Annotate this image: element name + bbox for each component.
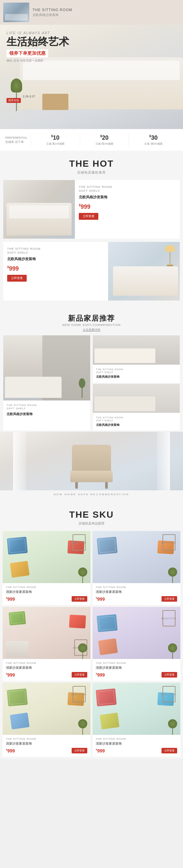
hot-product-2-buy-button[interactable]: 立即查看	[7, 275, 27, 282]
new-product-1: THE SITTING ROOMSOFT SHELF 北欧风格沙发装饰	[3, 335, 90, 430]
sku-item-5-en-name: THE SITTING ROOM	[6, 738, 87, 740]
sku-grid: BEAUTIFUL THE SITTING ROOM 清新沙发家居装饰 ¥999…	[0, 531, 183, 759]
header-info: THE SITTING ROOM 北欧风格沙发装饰	[33, 8, 180, 17]
hero-cn-subtitle: 领券下单更加优惠	[6, 50, 48, 57]
lamp-decor-2	[165, 245, 175, 268]
bottom-sofa-label: NEW HOME SOFA RECOMMENDATION	[0, 490, 183, 498]
sku-item-6-image: BEAUTIFUL	[92, 683, 180, 735]
plant-decor-sku6	[168, 719, 177, 735]
sku-item-3-info: THE SITTING ROOM 清新沙发家居装饰 ¥999 立即查看	[3, 659, 91, 681]
header-thumbnail	[3, 3, 29, 22]
hot-product-2-image	[108, 242, 180, 301]
hot-product-2: THE SITTING ROOMSOFT SHELF 北欧风格沙发装饰 ¥999…	[3, 242, 180, 301]
coupon-amount-3: ¥30	[131, 134, 175, 141]
plant-decor-sku4	[168, 643, 177, 659]
sku-item-1-price: ¥999	[6, 596, 15, 602]
cushion-5c	[10, 713, 30, 730]
sku-item-4-price: ¥999	[96, 672, 105, 678]
sku-item-1-price-row: ¥999 立即查看	[6, 596, 87, 602]
sofa-decor-2	[113, 266, 178, 296]
cushion-6c	[100, 713, 120, 730]
sku-item-6-price-row: ¥999 立即查看	[96, 748, 177, 753]
sku-item-6-cn-name: 清新沙发家居装饰	[96, 741, 177, 746]
sku-item-2-info: THE SITTING ROOM 清新沙发家居装饰 ¥999 立即查看	[92, 583, 180, 605]
header: THE SITTING ROOM 北欧风格沙发装饰	[0, 0, 183, 25]
coupon-desc-3: 立减 满300减惠	[131, 142, 175, 146]
sku-cn-subtitle: 店铺热卖单品推荐	[0, 521, 183, 526]
hot-product-1-buy-button[interactable]: 立即查看	[79, 213, 98, 220]
cushion-decor-1	[7, 537, 28, 555]
coupon-item-2[interactable]: ¥20 立减 满200减惠	[80, 133, 129, 147]
new-products-grid: THE SITTING ROOMSOFT SHELF 北欧风格沙发装饰 THE …	[0, 335, 183, 430]
hot-product-2-price: ¥999	[7, 265, 104, 272]
sku-item-1-en-name: THE SITTING ROOM	[6, 586, 87, 589]
hot-product-1-image	[3, 180, 75, 239]
sku-item-6-price: ¥999	[96, 748, 105, 753]
sku-item-2-price: ¥999	[96, 596, 105, 602]
sku-item-4-en-name: THE SITTING ROOM	[96, 661, 177, 664]
sku-item-3-buy-button[interactable]: 立即查看	[72, 672, 87, 678]
sku-en-title: THE SKU	[0, 509, 183, 520]
coupon-label: PREFERENTIAL 先领券·后下单	[5, 136, 27, 144]
sku-item-2-buy-button[interactable]: 立即查看	[161, 596, 177, 602]
hero-cn-title: 生活始终艺术	[6, 36, 69, 48]
hot-product-1-price: ¥999	[79, 204, 176, 210]
hot-product-2-info: THE SITTING ROOMSOFT SHELF 北欧风格沙发装饰 ¥999…	[3, 242, 108, 301]
header-subtitle: THE SITTING ROOM	[33, 8, 180, 12]
hot-product-1-cn-name: 北欧风格沙发装饰	[79, 195, 176, 199]
plant-decor-new	[79, 378, 85, 398]
sku-item-2-image: BEAUTIFUL	[92, 531, 180, 583]
sku-item-3-en-name: THE SITTING ROOM	[6, 661, 87, 664]
hero-text: LIFE IS ALWAYS ART 生活始终艺术 领券下单更加优惠 独生·活为…	[6, 31, 69, 63]
new-home-en-title: 新品家居推荐	[0, 313, 183, 323]
new-product-3-image	[93, 383, 180, 413]
sku-item-6-info: THE SITTING ROOM 清新沙发家居装饰 ¥999 立即查看	[92, 735, 180, 757]
hero-cn-desc: 独生·活为 为生活加一点精彩	[6, 59, 69, 63]
sku-item-2-en-name: THE SITTING ROOM	[96, 586, 177, 589]
new-product-1-en-name: THE SITTING ROOMSOFT SHELF	[6, 404, 87, 410]
cushion-5a	[7, 689, 28, 707]
sku-item-3-price: ¥999	[6, 672, 15, 678]
chair-decor	[72, 445, 111, 487]
cushion-decor-3b	[69, 615, 86, 629]
sku-item-2: BEAUTIFUL THE SITTING ROOM 清新沙发家居装饰 ¥999…	[92, 531, 180, 605]
new-product-2-info: THE SITTING ROOMSOFT SHELF 北欧风格沙发装饰	[93, 366, 180, 382]
sku-item-5-image: BEAUTIFUL	[3, 683, 91, 735]
sku-item-6-buy-button[interactable]: 立即查看	[161, 748, 177, 753]
hot-section-header: THE HOT 店铺热卖爆款推荐	[0, 151, 183, 180]
bottom-chair-image	[0, 432, 183, 490]
sku-item-1-info: THE SITTING ROOM 清新沙发家居装饰 ¥999 立即查看	[3, 583, 91, 605]
sku-item-2-price-row: ¥999 立即查看	[96, 596, 177, 602]
new-product-2-cn-name: 北欧风格沙发装饰	[96, 375, 177, 379]
sku-section: THE SKU 店铺热卖单品推荐 BEAUTIFUL THE SITTING R…	[0, 502, 183, 759]
sku-item-1-buy-button[interactable]: 立即查看	[72, 596, 87, 602]
sku-item-5-buy-button[interactable]: 立即查看	[72, 748, 87, 753]
hot-product-2-cn-name: 北欧风格沙发装饰	[7, 256, 104, 261]
new-product-3-info: THE SITTING ROOMSOFT SHELF 北欧风格沙发装饰	[93, 414, 180, 430]
new-product-1-image	[3, 335, 90, 400]
sku-item-4-image: BEAUTIFUL	[92, 607, 180, 659]
sofa-decor-sm-3	[6, 641, 29, 657]
plant-decor-sku3	[78, 643, 87, 659]
sku-item-5: BEAUTIFUL THE SITTING ROOM 清新沙发家居装饰 ¥999…	[3, 683, 91, 757]
coupon-item-1[interactable]: ¥10 立减 满100减惠	[31, 133, 80, 147]
sku-item-5-price-row: ¥999 立即查看	[6, 748, 87, 753]
sku-item-2-cn-name: 清新沙发家居装饰	[96, 590, 177, 594]
sku-item-4-buy-button[interactable]: 立即查看	[161, 672, 177, 678]
new-home-header: 新品家居推荐 NEW HOME SOFA COMMENDATION 点击查看详情	[0, 307, 183, 335]
new-product-2-container: THE SITTING ROOMSOFT SHELF 北欧风格沙发装饰 THE …	[93, 335, 180, 430]
hero-table-decor	[42, 94, 68, 110]
new-home-section: 新品家居推荐 NEW HOME SOFA COMMENDATION 点击查看详情…	[0, 307, 183, 502]
sku-item-5-price: ¥999	[6, 748, 15, 753]
new-home-link[interactable]: 点击查看详情	[0, 328, 183, 332]
coupon-item-3[interactable]: ¥30 立减 满300减惠	[129, 133, 178, 147]
sku-item-3-cn-name: 清新沙发家居装饰	[6, 665, 87, 670]
new-product-2-en-name: THE SITTING ROOMSOFT SHELF	[96, 368, 177, 374]
header-store-name: 北欧风格沙发装饰	[33, 13, 180, 17]
new-product-3-cn-name: 北欧风格沙发装饰	[96, 423, 177, 427]
sku-header: THE SKU 店铺热卖单品推荐	[0, 502, 183, 531]
cushion-decor-3	[10, 561, 30, 578]
sku-item-4-info: THE SITTING ROOM 清新沙发家居装饰 ¥999 立即查看	[92, 659, 180, 681]
sku-item-4-cn-name: 清新沙发家居装饰	[96, 665, 177, 670]
coupon-desc-2: 立减 满200减惠	[83, 142, 126, 146]
